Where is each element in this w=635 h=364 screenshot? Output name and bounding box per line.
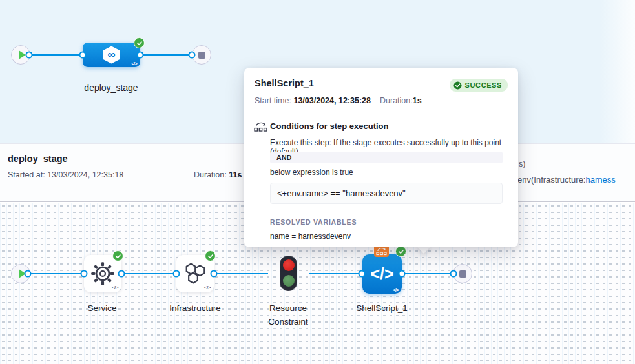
connector-dot: [79, 52, 87, 59]
stage-duration: Duration: 11s: [194, 170, 242, 179]
stage-success-check-icon: [134, 37, 145, 48]
clipped-text-line1: s): [519, 159, 525, 168]
step-label-infrastructure: Infrastructure: [150, 301, 240, 315]
stage-duration-label: Duration:: [194, 170, 229, 179]
step-label-resource-constraint: Resource Constraint: [256, 301, 320, 329]
popover-meta: Start time: 13/03/2024, 12:35:28Duration…: [255, 96, 422, 105]
step-details-popover: ShellScript_1 SUCCESS Start time: 13/03/…: [244, 68, 518, 247]
status-badge-label: SUCCESS: [465, 81, 502, 89]
connector-dot: [359, 270, 366, 278]
start-time-label: Start time:: [255, 96, 293, 105]
duration-label: Duration:: [380, 96, 413, 105]
check-circle-icon: [453, 81, 462, 90]
stage-duration-value: 11s: [229, 170, 242, 179]
stop-icon: [198, 52, 205, 59]
connector-dot: [118, 270, 125, 278]
resolved-variables-heading: RESOLVED VARIABLES: [270, 218, 357, 226]
connector-dot: [189, 52, 196, 59]
code-icon-large: </>: [370, 265, 393, 283]
stage-label: deploy_stage: [66, 83, 156, 93]
step-node-shellscript-1[interactable]: </> </>: [362, 254, 402, 294]
stage-started-at: Started at: 13/03/2024, 12:35:18: [8, 170, 123, 179]
gear-icon: [90, 261, 115, 286]
step-edge-line: [28, 273, 268, 274]
code-icon: </>: [204, 285, 211, 290]
operator-chip: AND: [270, 152, 503, 163]
connector-dot: [173, 270, 180, 278]
stop-icon: [459, 270, 466, 278]
panel-right-fade: [599, 0, 635, 143]
connector-dot: [399, 270, 406, 278]
hexagons-icon: [183, 263, 207, 285]
status-badge: SUCCESS: [450, 79, 508, 92]
connector-dot: [25, 270, 32, 278]
step-label-service: Service: [63, 301, 141, 315]
conditional-execution-icon: [376, 247, 387, 256]
step-label-shellscript-1: ShellScript_1: [337, 301, 427, 315]
duration-value: 1s: [413, 96, 422, 105]
traffic-light-red-icon: [283, 259, 295, 271]
connector-dot: [211, 270, 218, 278]
connector-dot: [137, 52, 144, 59]
conditions-icon: [254, 121, 267, 135]
traffic-light-green-icon: [283, 275, 295, 287]
connector-dot: [26, 52, 33, 59]
pipeline-execution-screen: ∞ </> deploy_stage deploy_stage Started …: [0, 0, 635, 364]
popover-title: ShellScript_1: [255, 78, 314, 88]
environment-link[interactable]: harness: [586, 175, 616, 185]
connector-dot: [81, 270, 88, 278]
environment-text: env(Infrastructure:: [517, 175, 586, 185]
cd-stage-icon: ∞: [102, 46, 121, 64]
connector-dot: [450, 270, 457, 278]
code-icon: </>: [393, 288, 399, 292]
expression-caption: below expression is true: [270, 168, 353, 177]
service-success-check-icon: [112, 250, 123, 261]
infrastructure-success-check-icon: [205, 250, 216, 261]
step-node-resource-constraint[interactable]: [280, 256, 297, 291]
resolved-variable-value: name = harnessdevenv: [270, 232, 351, 241]
shellscript-success-check-icon: [395, 246, 406, 257]
expression-box: <+env.name> == "harnessdevenv": [270, 183, 503, 204]
stage-node-deploy-stage[interactable]: ∞ </>: [83, 43, 140, 67]
conditions-title: Conditions for step execution: [270, 121, 388, 131]
popover-divider: [244, 112, 518, 112]
stage-summary-title: deploy_stage: [8, 154, 68, 164]
clipped-text-line2: env(Infrastructure:harness: [517, 175, 616, 185]
code-icon: </>: [131, 61, 137, 66]
code-icon: </>: [112, 285, 118, 290]
play-icon: [19, 50, 26, 59]
start-time-value: 13/03/2024, 12:35:28: [293, 96, 371, 105]
